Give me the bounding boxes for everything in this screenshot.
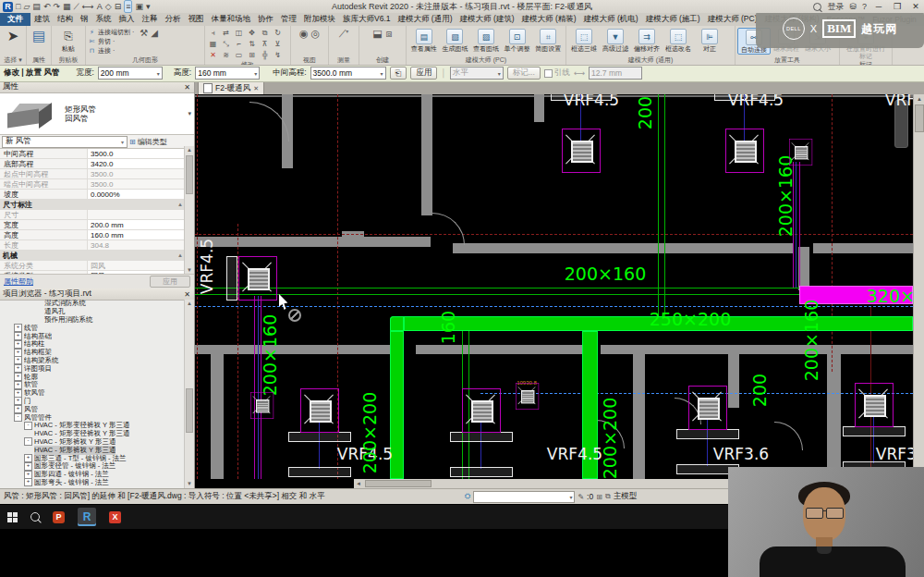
properties-header[interactable]: 属性 ✕ — [0, 81, 194, 93]
align-icon[interactable]: ⫞ — [207, 28, 219, 38]
redo-icon[interactable]: ↷ — [53, 1, 60, 12]
design-options-icon[interactable]: ⧉ — [605, 492, 611, 501]
worksharing-display-icon[interactable]: ⊞ — [596, 493, 602, 501]
revit-taskbar-icon[interactable]: R — [78, 508, 96, 526]
horizontal-scroll-thumb[interactable] — [365, 480, 432, 487]
hide-icon[interactable]: ◎ — [311, 28, 321, 40]
move-icon[interactable]: ✥ — [246, 28, 258, 38]
ribbon-tab-18[interactable]: 建模大师 (施工) — [642, 13, 704, 26]
ribbon-tab-8[interactable]: 视图 — [185, 13, 208, 26]
new-file-icon[interactable]: □ — [16, 1, 20, 12]
property-row[interactable]: 坡度0.0000% — [0, 190, 194, 200]
ribbon-tab-3[interactable]: 钢 — [77, 13, 92, 26]
x-app-icon[interactable]: X — [109, 511, 121, 523]
revit-logo[interactable]: R — [3, 2, 13, 12]
paste-icon[interactable]: ⎘ — [64, 28, 73, 44]
property-row[interactable]: 底部高程3420.0 — [0, 159, 194, 169]
properties-apply-button[interactable]: 应用 — [150, 276, 190, 288]
apply-button[interactable]: 应用 — [410, 67, 437, 80]
geometry-button-0[interactable]: ⚡连接端切割 · — [88, 28, 134, 36]
ribbon-tab-2[interactable]: 结构 — [54, 13, 77, 26]
ribbon-tab-19[interactable]: 建模大师 (PC) — [704, 13, 761, 26]
expand-icon[interactable]: + — [14, 381, 22, 389]
duct-size-tag[interactable]: 200×200 — [359, 392, 380, 473]
measure-icon[interactable]: ⟋ — [73, 1, 79, 12]
mirror-icon[interactable]: ◫ — [233, 28, 245, 38]
property-row[interactable]: 中间高程3500.0 — [0, 149, 194, 159]
search-icon[interactable] — [813, 3, 821, 11]
save-icon[interactable]: ▤ — [32, 1, 41, 12]
browser-scrollbar[interactable]: ▲ ▼ — [184, 300, 194, 488]
ribbon-tab-1[interactable]: 建筑 — [30, 13, 54, 26]
expand-icon[interactable]: + — [14, 356, 22, 364]
duct-size-tag[interactable]: 320×250 — [867, 286, 913, 306]
collapse-icon[interactable]: - — [14, 413, 22, 422]
expand-icon[interactable]: + — [14, 324, 22, 332]
expand-icon[interactable]: + — [14, 364, 22, 373]
paste-label[interactable]: 粘贴 — [62, 44, 75, 54]
elevation-picker-button[interactable]: ⎗ — [390, 67, 407, 80]
expand-icon[interactable]: + — [24, 478, 32, 486]
duct-size-tag[interactable]: 160 — [438, 311, 458, 344]
geometry-button-1[interactable]: ✄剪切 · — [88, 37, 134, 45]
advanced-filter-button[interactable]: ▼高级过滤 — [600, 28, 631, 53]
property-row[interactable]: 端点中间高程3500.0 — [0, 179, 194, 190]
equipment-tag[interactable]: VRF4.5 — [885, 94, 913, 109]
default-3d-view-icon[interactable]: ◇ — [105, 1, 112, 12]
ribbon-tab-4[interactable]: 系统 — [92, 13, 116, 26]
single-adjust-button[interactable]: ⊡单个调整 — [502, 28, 533, 53]
duct-line[interactable] — [194, 294, 799, 295]
equipment-tag[interactable]: VRF3.6 — [876, 445, 913, 463]
create-group-icon[interactable]: ⧈ — [386, 28, 393, 40]
print-icon[interactable]: ▦ — [63, 1, 71, 12]
duct-system-icon[interactable]: ⬓ — [372, 28, 382, 40]
ribbon-tab-15[interactable]: 建模大师 (建筑) — [456, 13, 518, 26]
browser-item[interactable]: 湿式消防系统 — [0, 300, 185, 308]
scroll-left-icon[interactable]: ◄ — [354, 479, 363, 488]
leader-checkbox[interactable] — [544, 69, 553, 78]
duct-size-tag[interactable]: 200×160 — [565, 264, 646, 284]
collapse-icon[interactable]: - — [24, 422, 32, 430]
scroll-up-icon[interactable]: ▲ — [914, 94, 924, 104]
property-row[interactable]: 宽度200.0 mm — [0, 220, 194, 230]
edit-type-button[interactable]: ⊞ 编辑类型 — [129, 137, 183, 147]
offset-icon[interactable]: ⇄ — [220, 28, 232, 38]
switch-windows-icon[interactable]: ▣ — [135, 1, 143, 12]
delete-icon[interactable]: ✕ — [207, 50, 219, 60]
leader-length-input[interactable]: 12.7 mm — [589, 67, 642, 80]
section-icon[interactable]: ⊟ — [115, 1, 122, 12]
expand-icon[interactable]: + — [14, 332, 22, 340]
properties-scrollbar[interactable]: ▲ ▼ — [184, 146, 194, 275]
expand-icon[interactable]: + — [24, 462, 32, 471]
ribbon-tab-13[interactable]: 族库大师V6.1 — [339, 13, 395, 26]
leader-checkbox-group[interactable]: 引线 — [544, 68, 570, 79]
property-row[interactable]: 高度160.0 mm — [0, 230, 194, 240]
collapse-icon[interactable]: - — [24, 437, 32, 446]
quick-access-toolbar[interactable]: R□▱▤↶↷▦⟋⟷A◇⊟≡▣▾ — [0, 0, 151, 13]
equipment-tag[interactable]: VRF4.5 — [547, 445, 602, 463]
property-row[interactable]: 起点中间高程3500.0 — [0, 169, 194, 179]
properties-help-link[interactable]: 属性帮助 — [4, 276, 33, 287]
array-icon[interactable]: ▦ — [207, 39, 219, 49]
tag-options-button[interactable]: 标记... — [507, 67, 541, 80]
geometry-button-2[interactable]: ⊓连接 · — [88, 46, 134, 55]
property-row[interactable]: 系统分类回风 — [0, 261, 194, 271]
box-rename-button[interactable]: ⬚框选改名 — [663, 28, 694, 53]
height-input[interactable]: 160 mm▾ — [195, 67, 260, 80]
wall-joins-icon[interactable]: ╬ — [259, 50, 271, 60]
match-icon[interactable]: ≋ — [220, 50, 232, 60]
close-button[interactable]: ✕ — [909, 2, 922, 11]
text-icon[interactable]: A — [97, 1, 103, 12]
signin-label[interactable]: 登录 — [827, 1, 844, 13]
type-selector-dropdown-icon[interactable]: ▾ — [188, 110, 191, 117]
equipment-tag[interactable]: VRF4.5 — [198, 239, 216, 294]
expand-icon[interactable]: + — [14, 349, 22, 357]
duct-size-tag[interactable]: 200×160 — [801, 300, 821, 381]
taskbar-search-icon[interactable] — [30, 512, 40, 522]
duct-elbow[interactable] — [390, 316, 404, 331]
expand-icon[interactable]: + — [24, 454, 32, 462]
trim-icon[interactable]: ⌐ — [233, 39, 245, 49]
ribbon-tab-16[interactable]: 建模大师 (精装) — [518, 13, 580, 26]
ribbon-tab-6[interactable]: 注释 — [139, 13, 162, 26]
expand-icon[interactable]: + — [24, 471, 32, 479]
